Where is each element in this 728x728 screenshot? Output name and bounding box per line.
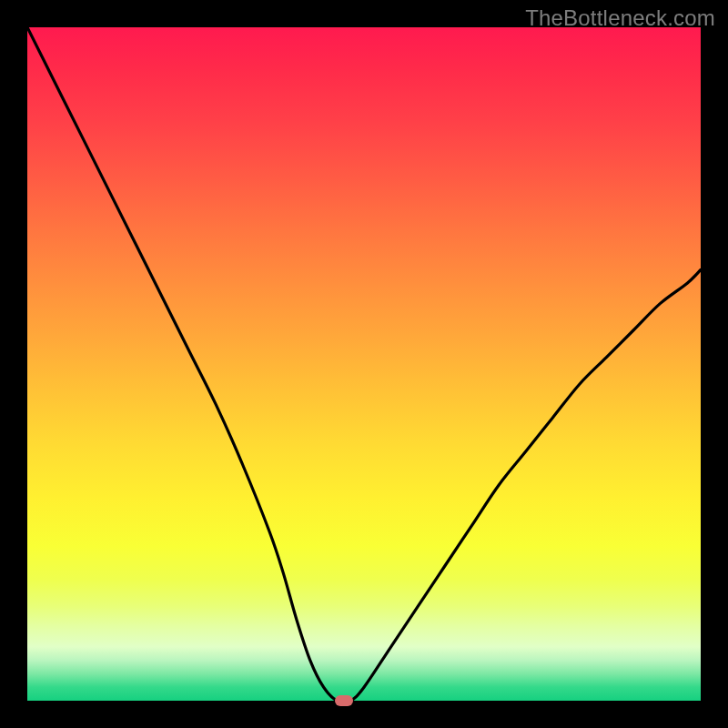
chart-frame: TheBottleneck.com bbox=[0, 0, 728, 728]
watermark-text: TheBottleneck.com bbox=[525, 5, 715, 31]
plot-area bbox=[27, 27, 701, 701]
bottleneck-marker bbox=[335, 695, 353, 706]
bottleneck-curve bbox=[27, 27, 701, 701]
